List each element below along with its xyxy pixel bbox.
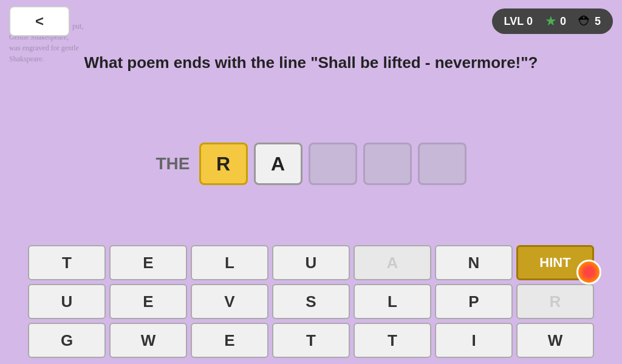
letter-row-2: G W E T T I W: [6, 323, 616, 358]
answer-area: THE R A: [0, 143, 622, 185]
answer-prefix: THE: [156, 154, 190, 174]
life-area: ⛑ 5: [578, 13, 601, 29]
letter-btn-A-0: A: [354, 245, 431, 280]
letter-btn-U-0[interactable]: U: [272, 245, 350, 280]
star-score-area: ★ 0: [545, 13, 566, 29]
header: < LVL 0 ★ 0 ⛑ 5: [0, 0, 622, 42]
letter-btn-E-0[interactable]: E: [109, 245, 187, 280]
letter-btn-U-1[interactable]: U: [28, 284, 106, 319]
letter-btn-E-2[interactable]: E: [191, 323, 268, 358]
life-count: 5: [595, 15, 601, 28]
letter-btn-T-0[interactable]: T: [28, 245, 106, 280]
star-count: 0: [560, 15, 566, 28]
back-button[interactable]: <: [9, 6, 70, 36]
answer-tile-4[interactable]: [418, 143, 466, 185]
answer-tile-3[interactable]: [363, 143, 412, 185]
letter-btn-T-2[interactable]: T: [272, 323, 350, 358]
letter-row-0: T E L U A N HINT: [6, 245, 616, 280]
letter-btn-R-1: R: [516, 284, 594, 319]
letter-btn-W-2b[interactable]: W: [516, 323, 594, 358]
score-area: LVL 0 ★ 0 ⛑ 5: [492, 8, 613, 34]
answer-tile-1[interactable]: A: [254, 143, 302, 185]
star-icon: ★: [545, 13, 557, 29]
letter-btn-G-2[interactable]: G: [28, 323, 106, 358]
answer-tile-0[interactable]: R: [199, 143, 248, 185]
level-badge: LVL 0: [504, 15, 533, 28]
letter-btn-T2-2[interactable]: T: [354, 323, 431, 358]
question-text: What poem ends with the line "Shall be l…: [18, 52, 604, 73]
letter-btn-P-1[interactable]: P: [435, 284, 513, 319]
letter-btn-W-2[interactable]: W: [109, 323, 187, 358]
letter-btn-L-0[interactable]: L: [191, 245, 268, 280]
letter-btn-S-1[interactable]: S: [272, 284, 350, 319]
answer-tile-2[interactable]: [309, 143, 357, 185]
life-icon: ⛑: [578, 13, 592, 29]
hint-button[interactable]: HINT: [516, 245, 594, 280]
letter-btn-N-0[interactable]: N: [435, 245, 513, 280]
letter-btn-E-1[interactable]: E: [109, 284, 187, 319]
question-area: What poem ends with the line "Shall be l…: [0, 46, 622, 79]
letter-btn-I-2[interactable]: I: [435, 323, 513, 358]
letter-btn-L-1[interactable]: L: [354, 284, 431, 319]
letter-btn-V-1[interactable]: V: [191, 284, 268, 319]
letter-row-1: U E V S L P R: [6, 284, 616, 319]
letter-grid: T E L U A N HINT U E V S L P R G W E T T…: [0, 245, 622, 358]
